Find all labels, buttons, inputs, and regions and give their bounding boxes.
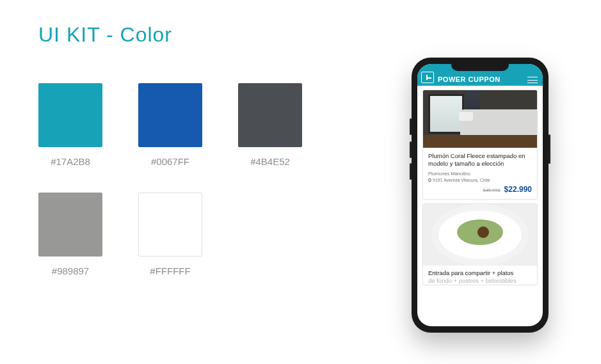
phone-screen: POWER CUPPON Plumón Coral Fleece estampa… [417, 64, 543, 326]
feed: Plumón Coral Fleece estampado en modelo … [417, 86, 543, 289]
phone-mockup: POWER CUPPON Plumón Coral Fleece estampa… [412, 58, 549, 333]
deal-vendor: Plumones Manolino [428, 171, 532, 177]
swatch-dark: #4B4E52 [238, 83, 302, 167]
location-pin-icon [428, 178, 432, 182]
swatch-gray: #989897 [38, 193, 102, 276]
swatch-teal: #17A2B8 [38, 83, 102, 167]
page-title: UI KIT - Color [38, 23, 172, 47]
deal-card-body: Plumón Coral Fleece estampado en modelo … [423, 148, 537, 199]
price-row: $45.990 $22.990 [428, 185, 532, 194]
swatch-box-white [138, 193, 202, 257]
deal-image-food [423, 204, 537, 265]
brand-name: POWER CUPPON [438, 75, 524, 83]
phone-frame: POWER CUPPON Plumón Coral Fleece estampa… [412, 58, 549, 333]
deal-title: Plumón Coral Fleece estampado en modelo … [428, 152, 532, 168]
deal-card-2-body: Entrada para compartir + platos de fondo… [423, 265, 537, 285]
swatch-box-dark [238, 83, 302, 147]
swatch-box-teal [38, 83, 102, 147]
menu-icon[interactable] [527, 77, 538, 83]
swatch-row-2: #989897 #FFFFFF [38, 193, 358, 276]
price-discounted: $22.990 [504, 185, 532, 194]
deal-2-title-line2: de fondo + postres + bebestibles [428, 277, 532, 285]
swatch-label-teal: #17A2B8 [51, 156, 90, 167]
swatch-row-1: #17A2B8 #0067FF #4B4E52 [38, 83, 358, 167]
deal-card-1[interactable]: Plumón Coral Fleece estampado en modelo … [422, 90, 538, 200]
deal-2-title-line1: Entrada para compartir + platos [428, 269, 532, 277]
price-original: $45.990 [483, 187, 500, 193]
swatch-box-gray [38, 193, 102, 257]
swatch-white: #FFFFFF [138, 193, 202, 276]
color-swatches-grid: #17A2B8 #0067FF #4B4E52 #989897 #FFFFFF [38, 83, 358, 302]
swatch-label-dark: #4B4E52 [250, 156, 290, 167]
deal-card-2[interactable]: Entrada para compartir + platos de fondo… [422, 203, 538, 285]
deal-location: 9191 Avenida Vitacura, Chile [428, 178, 532, 182]
swatch-box-blue [138, 83, 202, 147]
swatch-blue: #0067FF [138, 83, 202, 167]
brand-logo-icon[interactable] [421, 72, 434, 83]
swatch-label-white: #FFFFFF [150, 265, 190, 276]
swatch-label-blue: #0067FF [151, 156, 189, 167]
deal-location-text: 9191 Avenida Vitacura, Chile [433, 178, 490, 182]
swatch-label-gray: #989897 [52, 265, 89, 276]
deal-image-bedroom [423, 90, 537, 148]
phone-notch [451, 62, 509, 71]
